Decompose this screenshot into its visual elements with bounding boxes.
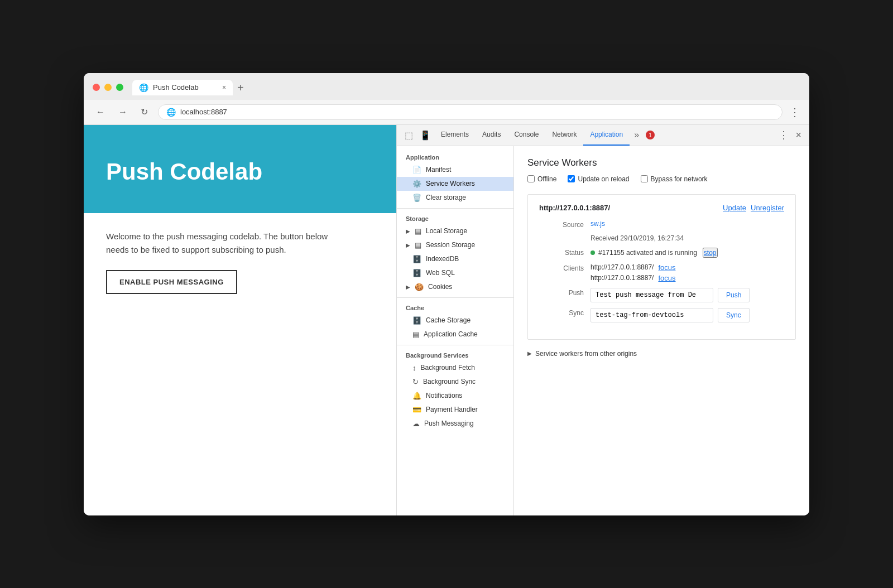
sw-received: Received 29/10/2019, 16:27:34	[590, 234, 784, 242]
sw-other-origins[interactable]: ▶ Service workers from other origins	[527, 350, 796, 358]
more-tabs-button[interactable]: »	[630, 127, 644, 143]
push-input[interactable]	[590, 288, 713, 302]
sidebar-item-clear-storage[interactable]: 🗑️ Clear storage	[397, 191, 513, 205]
sidebar-item-push-messaging-label: Push Messaging	[424, 420, 474, 427]
tab-application[interactable]: Application	[583, 124, 630, 146]
payment-handler-icon: 💳	[412, 406, 421, 414]
sidebar-divider-3	[397, 345, 513, 345]
browser-content: Push Codelab Welcome to the push messagi…	[84, 125, 809, 515]
sidebar-item-payment-handler-label: Payment Handler	[426, 406, 478, 413]
traffic-light-yellow[interactable]	[104, 84, 112, 91]
devtools-close-button[interactable]: ×	[792, 126, 805, 144]
sidebar-item-bg-sync[interactable]: ↻ Background Sync	[397, 375, 513, 389]
refresh-button[interactable]: ↻	[137, 105, 151, 118]
forward-button[interactable]: →	[115, 106, 131, 118]
sidebar-divider-2	[397, 297, 513, 298]
enable-push-button[interactable]: ENABLE PUSH MESSAGING	[106, 270, 237, 294]
devtools-menu-button[interactable]: ⋮	[775, 126, 792, 144]
sw-actions: Update Unregister	[723, 204, 784, 212]
browser-menu-button[interactable]: ⋮	[789, 105, 800, 119]
browser-window: 🌐 Push Codelab × + ← → ↻ 🌐 localhost:888…	[84, 73, 809, 515]
push-button[interactable]: Push	[718, 288, 750, 302]
sw-card: http://127.0.0.1:8887/ Update Unregister…	[527, 194, 796, 340]
sw-source-link[interactable]: sw.js	[590, 220, 605, 228]
bypass-for-network-checkbox[interactable]	[641, 175, 648, 182]
tab-console[interactable]: Console	[507, 124, 545, 146]
sw-focus-button-0[interactable]: focus	[658, 263, 675, 272]
secure-icon: 🌐	[166, 108, 176, 117]
tab-close-button[interactable]: ×	[222, 84, 226, 91]
sidebar-item-indexeddb[interactable]: 🗄️ IndexedDB	[397, 252, 513, 266]
application-cache-icon: ▤	[412, 330, 419, 339]
sidebar-divider-1	[397, 208, 513, 209]
sidebar-item-application-cache[interactable]: ▤ Application Cache	[397, 327, 513, 341]
sidebar-item-service-workers[interactable]: ⚙️ Service Workers	[397, 177, 513, 191]
push-label: Push	[539, 288, 584, 302]
offline-option[interactable]: Offline	[527, 175, 556, 183]
tab-bar: 🌐 Push Codelab × +	[132, 80, 800, 95]
traffic-light-red[interactable]	[93, 84, 100, 91]
sidebar-item-notifications-label: Notifications	[426, 392, 462, 399]
sidebar-item-local-storage[interactable]: ▶ ▤ Local Storage	[397, 224, 513, 238]
sidebar-item-web-sql[interactable]: 🗄️ Web SQL	[397, 266, 513, 280]
sidebar-item-manifest[interactable]: 📄 Manifest	[397, 163, 513, 177]
sidebar-item-bg-sync-label: Background Sync	[423, 378, 476, 385]
sw-client-url-0: http://127.0.0.1:8887/	[590, 263, 654, 271]
sidebar-item-cookies[interactable]: ▶ 🍪 Cookies	[397, 280, 513, 294]
sync-button[interactable]: Sync	[718, 308, 750, 322]
cache-storage-icon: 🗄️	[412, 316, 421, 325]
bypass-for-network-option[interactable]: Bypass for network	[641, 175, 708, 183]
url-bar[interactable]: 🌐 localhost:8887	[158, 104, 782, 120]
sw-focus-button-1[interactable]: focus	[658, 274, 675, 282]
sw-push-row: Push	[590, 288, 784, 302]
sidebar-item-push-messaging[interactable]: ☁ Push Messaging	[397, 417, 513, 431]
sw-sync-row-container: Sync	[590, 308, 784, 322]
page-title: Push Codelab	[106, 158, 374, 185]
other-origins-triangle: ▶	[527, 350, 532, 356]
sidebar-item-payment-handler[interactable]: 💳 Payment Handler	[397, 403, 513, 417]
update-on-reload-option[interactable]: Update on reload	[568, 175, 629, 183]
devtools-tabs: ⬚ 📱 Elements Audits Console Network Appl…	[397, 125, 809, 146]
offline-checkbox[interactable]	[527, 175, 535, 182]
sidebar-item-cache-storage[interactable]: 🗄️ Cache Storage	[397, 314, 513, 327]
devtools-inspect-icon[interactable]: ⬚	[401, 127, 416, 144]
new-tab-button[interactable]: +	[237, 82, 244, 93]
browser-tab-active[interactable]: 🌐 Push Codelab ×	[132, 80, 233, 95]
page-body: Welcome to the push messaging codelab. T…	[84, 213, 396, 515]
page-header: Push Codelab	[84, 125, 396, 213]
tab-title: Push Codelab	[153, 83, 199, 91]
sw-client-url-1: http://127.0.0.1:8887/	[590, 274, 654, 282]
error-count: 1	[646, 131, 655, 139]
update-on-reload-checkbox[interactable]	[568, 175, 575, 182]
indexeddb-icon: 🗄️	[412, 255, 421, 263]
tab-network[interactable]: Network	[545, 124, 583, 146]
sw-unregister-button[interactable]: Unregister	[751, 204, 784, 212]
devtools-device-icon[interactable]: 📱	[416, 127, 434, 144]
sw-update-button[interactable]: Update	[723, 204, 746, 212]
sidebar-item-notifications[interactable]: 🔔 Notifications	[397, 389, 513, 403]
expand-arrow-session: ▶	[406, 242, 410, 248]
devtools-sidebar: Application 📄 Manifest ⚙️ Service Worker…	[397, 146, 514, 515]
status-dot	[590, 250, 595, 255]
status-label: Status	[539, 248, 584, 258]
bypass-for-network-label: Bypass for network	[651, 175, 708, 183]
sidebar-item-cookies-label: Cookies	[428, 283, 452, 291]
source-label: Source	[539, 220, 584, 229]
web-sql-icon: 🗄️	[412, 269, 421, 277]
traffic-light-green[interactable]	[116, 84, 123, 91]
webpage: Push Codelab Welcome to the push messagi…	[84, 125, 396, 515]
source-value: sw.js	[590, 220, 784, 229]
tab-elements[interactable]: Elements	[434, 124, 476, 146]
sidebar-item-session-storage[interactable]: ▶ ▤ Session Storage	[397, 238, 513, 252]
sw-other-origins-label: Service workers from other origins	[535, 350, 637, 358]
sw-stop-button[interactable]: stop	[703, 248, 718, 258]
back-button[interactable]: ←	[93, 106, 108, 118]
tab-audits[interactable]: Audits	[476, 124, 507, 146]
sidebar-item-application-cache-label: Application Cache	[424, 330, 478, 338]
service-workers-panel-title: Service Workers	[527, 157, 796, 168]
sidebar-item-bg-fetch-label: Background Fetch	[421, 364, 475, 372]
sidebar-item-cache-storage-label: Cache Storage	[426, 316, 470, 324]
cookies-icon: 🍪	[415, 283, 424, 291]
sidebar-item-bg-fetch[interactable]: ↕ Background Fetch	[397, 361, 513, 375]
sync-input[interactable]	[590, 308, 713, 322]
